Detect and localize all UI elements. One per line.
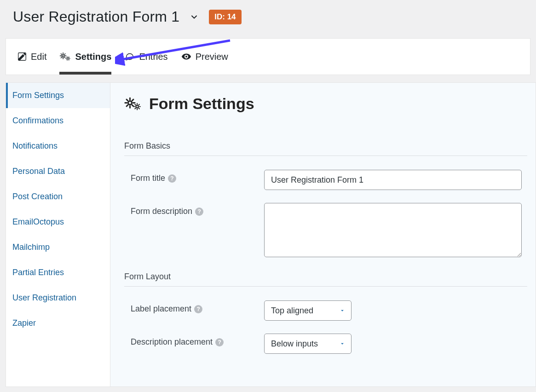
sidebar-item-notifications[interactable]: Notifications	[6, 133, 110, 159]
tab-settings[interactable]: Settings	[59, 39, 111, 75]
sidebar-item-label: User Registration	[12, 293, 76, 302]
field-label: Description placement ?	[131, 334, 264, 347]
section-title-basics: Form Basics	[124, 141, 527, 156]
tab-label: Edit	[31, 52, 46, 62]
field-form-description: Form description ?	[124, 203, 527, 257]
label-placement-select[interactable]: Top aligned	[264, 300, 352, 321]
help-icon[interactable]: ?	[194, 305, 202, 313]
help-icon[interactable]: ?	[215, 338, 224, 346]
field-description-placement: Description placement ? Below inputs	[124, 334, 527, 354]
tab-label: Entries	[139, 52, 167, 62]
id-badge: ID: 14	[209, 10, 241, 24]
form-title: User Registration Form 1	[13, 8, 179, 25]
svg-point-1	[62, 55, 64, 57]
sidebar-item-zapier[interactable]: Zapier	[6, 311, 110, 336]
workspace: Form Settings Confirmations Notification…	[6, 82, 536, 387]
page-heading-text: Form Settings	[149, 95, 254, 113]
sidebar-item-label: Zapier	[12, 318, 36, 328]
tab-label: Settings	[75, 52, 111, 62]
label-text: Form title	[131, 173, 165, 183]
sidebar-item-partial-entries[interactable]: Partial Entries	[6, 260, 110, 285]
sidebar-item-label: Personal Data	[12, 167, 65, 176]
svg-point-5	[128, 101, 132, 104]
form-description-input[interactable]	[264, 203, 522, 257]
tab-edit[interactable]: Edit	[17, 39, 46, 75]
sidebar-item-label: Form Settings	[12, 91, 64, 100]
label-text: Description placement	[131, 337, 213, 347]
page-heading: Form Settings	[124, 95, 527, 113]
tab-preview[interactable]: Preview	[181, 39, 228, 75]
svg-point-3	[185, 56, 187, 58]
sidebar-item-label: Notifications	[12, 141, 58, 150]
field-label: Label placement ?	[131, 300, 264, 314]
svg-point-2	[67, 58, 69, 59]
edit-icon	[17, 52, 27, 62]
sidebar-item-label: EmailOctopus	[12, 217, 64, 226]
title-bar: User Registration Form 1 ID: 14	[0, 0, 536, 38]
sidebar-item-post-creation[interactable]: Post Creation	[6, 184, 110, 209]
description-placement-select[interactable]: Below inputs	[264, 334, 352, 354]
eye-icon	[181, 52, 192, 62]
chat-icon	[124, 52, 135, 62]
svg-point-6	[136, 105, 138, 108]
section-title-layout: Form Layout	[124, 272, 527, 287]
sidebar-item-confirmations[interactable]: Confirmations	[6, 108, 110, 133]
help-icon[interactable]: ?	[195, 208, 203, 216]
field-label: Form description ?	[131, 203, 264, 216]
sidebar-item-personal-data[interactable]: Personal Data	[6, 159, 110, 184]
sidebar-item-form-settings[interactable]: Form Settings	[6, 83, 110, 108]
label-text: Label placement	[131, 304, 191, 314]
tab-entries[interactable]: Entries	[124, 39, 167, 75]
label-text: Form description	[131, 207, 192, 216]
sidebar-item-label: Partial Entries	[12, 268, 64, 277]
gears-icon	[124, 96, 143, 112]
help-icon[interactable]: ?	[168, 174, 176, 183]
form-title-input[interactable]	[264, 170, 522, 190]
sidebar-item-user-registration[interactable]: User Registration	[6, 285, 110, 311]
field-form-title: Form title ?	[124, 170, 527, 190]
chevron-down-icon[interactable]	[190, 12, 199, 22]
field-label: Form title ?	[131, 170, 264, 183]
sidebar-item-mailchimp[interactable]: Mailchimp	[6, 235, 110, 260]
tabs-bar: Edit Settings Entries Preview	[6, 38, 530, 75]
sidebar-item-label: Mailchimp	[12, 242, 50, 252]
sidebar-item-emailoctopus[interactable]: EmailOctopus	[6, 209, 110, 235]
field-label-placement: Label placement ? Top aligned	[124, 300, 527, 321]
settings-sidebar: Form Settings Confirmations Notification…	[6, 82, 110, 387]
sidebar-item-label: Confirmations	[12, 116, 63, 125]
tab-label: Preview	[196, 52, 228, 62]
sidebar-item-label: Post Creation	[12, 192, 63, 201]
settings-content: Form Settings Form Basics Form title ? F…	[110, 82, 536, 387]
gears-icon	[59, 52, 71, 62]
